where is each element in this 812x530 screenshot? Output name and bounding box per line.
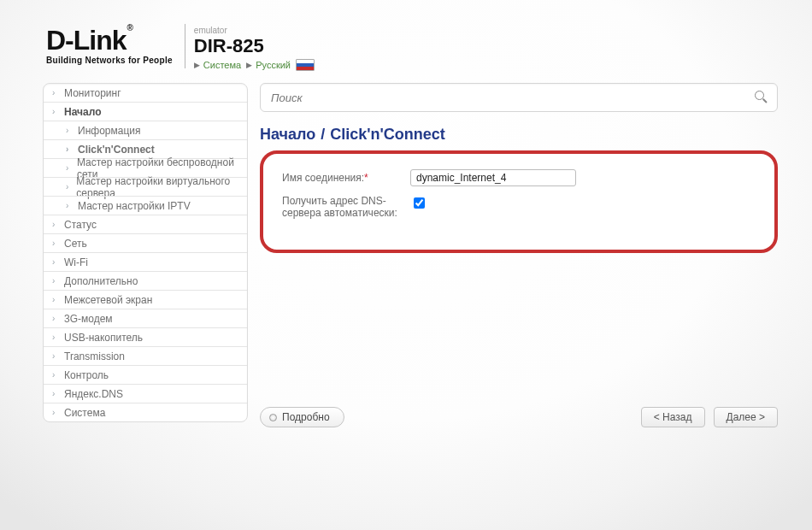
next-button[interactable]: Далее >	[714, 407, 779, 427]
chevron-right-icon: ›	[66, 163, 74, 173]
sidebar: ›Мониторинг›Начало›Информация›Click'n'Co…	[43, 83, 248, 422]
sidebar-item-label: 3G-модем	[64, 313, 113, 325]
header-breadcrumbs: ▶ Система ▶ Русский	[194, 59, 315, 71]
model-block: emulator DIR-825 ▶ Система ▶ Русский	[194, 24, 315, 71]
sidebar-item[interactable]: ›Transmission	[44, 346, 247, 365]
chevron-right-icon: ▶	[246, 61, 252, 69]
chevron-right-icon: ›	[52, 389, 61, 398]
sidebar-item[interactable]: ›3G-модем	[44, 309, 247, 327]
sidebar-item-label: Дополнительно	[64, 275, 138, 287]
back-button[interactable]: < Назад	[641, 407, 705, 427]
brand-name: D-Link®	[46, 24, 132, 54]
label-connection-name: Имя соединения:*	[282, 172, 410, 184]
chevron-right-icon: ›	[52, 220, 61, 229]
brand-tagline: Building Networks for People	[46, 56, 173, 65]
bullet-icon	[269, 414, 277, 421]
header: D-Link® Building Networks for People emu…	[9, 0, 803, 83]
sidebar-item-label: Информация	[78, 125, 140, 137]
header-divider	[185, 24, 185, 68]
details-button[interactable]: Подробно	[260, 407, 344, 427]
chevron-right-icon: ›	[52, 314, 61, 323]
highlighted-form-panel: Имя соединения:* Получить адрес DNS-серв…	[260, 150, 778, 253]
flag-ru-icon[interactable]	[296, 59, 315, 71]
sidebar-item[interactable]: ›USB-накопитель	[44, 327, 247, 346]
sidebar-item-label: Мониторинг	[64, 87, 121, 99]
chevron-right-icon: ›	[66, 144, 74, 154]
sidebar-item[interactable]: ›Начало	[44, 102, 247, 121]
page-breadcrumb: Начало / Click'n'Connect	[260, 126, 778, 144]
chevron-right-icon: ›	[52, 238, 61, 248]
sidebar-item[interactable]: ›Мониторинг	[44, 84, 247, 102]
chevron-right-icon: ›	[66, 201, 74, 210]
chevron-right-icon: ›	[52, 333, 61, 342]
main-content: Начало / Click'n'Connect Имя соединения:…	[260, 83, 778, 427]
checkbox-dns-auto[interactable]	[414, 197, 425, 209]
sidebar-item[interactable]: ›Мастер настройки IPTV	[44, 196, 247, 215]
chevron-right-icon: ›	[66, 126, 74, 135]
sidebar-item-label: Click'n'Connect	[78, 144, 155, 156]
sidebar-item[interactable]: ›Яндекс.DNS	[44, 384, 247, 403]
sidebar-item[interactable]: ›Дополнительно	[44, 271, 247, 290]
sidebar-item[interactable]: ›Межсетевой экран	[44, 290, 247, 309]
breadcrumb-sep: /	[321, 126, 325, 144]
search-input[interactable]	[269, 91, 755, 105]
row-connection-name: Имя соединения:*	[282, 169, 756, 186]
label-dns-auto: Получить адрес DNS-сервера автоматически…	[282, 195, 410, 219]
sidebar-item[interactable]: ›Мастер настройки виртуального сервера	[44, 177, 247, 196]
chevron-right-icon: ›	[52, 408, 61, 417]
sidebar-item-label: Межсетевой экран	[64, 294, 152, 306]
crumb-system[interactable]: Система	[203, 60, 241, 70]
chevron-right-icon: ›	[52, 257, 61, 267]
search-icon[interactable]	[755, 91, 768, 104]
sidebar-item[interactable]: ›Сеть	[44, 233, 247, 252]
chevron-right-icon: ▶	[194, 61, 200, 69]
details-button-label: Подробно	[282, 411, 330, 423]
chevron-right-icon: ›	[52, 276, 61, 286]
sidebar-item-label: Transmission	[64, 350, 125, 362]
sidebar-item-label: Wi-Fi	[64, 256, 88, 268]
sidebar-item[interactable]: ›Система	[44, 403, 247, 421]
chevron-right-icon: ›	[52, 370, 61, 380]
brand-logo: D-Link® Building Networks for People	[46, 24, 173, 65]
sidebar-item-label: Яндекс.DNS	[64, 388, 123, 400]
chevron-right-icon: ›	[52, 295, 61, 304]
input-connection-name[interactable]	[410, 169, 576, 186]
chevron-right-icon: ›	[52, 107, 61, 116]
sidebar-item-label: USB-накопитель	[64, 332, 143, 344]
chevron-right-icon: ›	[66, 182, 73, 191]
model-name: DIR-825	[194, 37, 315, 56]
chevron-right-icon: ›	[52, 88, 61, 97]
row-dns-auto: Получить адрес DNS-сервера автоматически…	[282, 195, 756, 219]
sidebar-item[interactable]: ›Информация	[44, 121, 247, 139]
next-button-label: Далее >	[727, 411, 766, 423]
breadcrumb-leaf: Click'n'Connect	[330, 126, 445, 144]
sidebar-item[interactable]: ›Wi-Fi	[44, 252, 247, 271]
sidebar-item-label: Сеть	[64, 238, 87, 250]
emulator-label: emulator	[194, 26, 315, 35]
sidebar-item[interactable]: ›Статус	[44, 215, 247, 233]
search-bar[interactable]	[260, 83, 778, 112]
sidebar-item[interactable]: ›Контроль	[44, 365, 247, 384]
sidebar-item-label: Мастер настройки IPTV	[78, 200, 191, 212]
back-button-label: < Назад	[654, 411, 692, 423]
sidebar-item-label: Начало	[64, 106, 101, 118]
footer-actions: Подробно < Назад Далее >	[260, 407, 778, 427]
sidebar-item-label: Контроль	[64, 369, 109, 381]
sidebar-item-label: Система	[64, 407, 105, 419]
chevron-right-icon: ›	[52, 351, 61, 361]
crumb-language[interactable]: Русский	[256, 60, 291, 70]
breadcrumb-root[interactable]: Начало	[260, 126, 315, 144]
sidebar-item-label: Статус	[64, 219, 97, 231]
